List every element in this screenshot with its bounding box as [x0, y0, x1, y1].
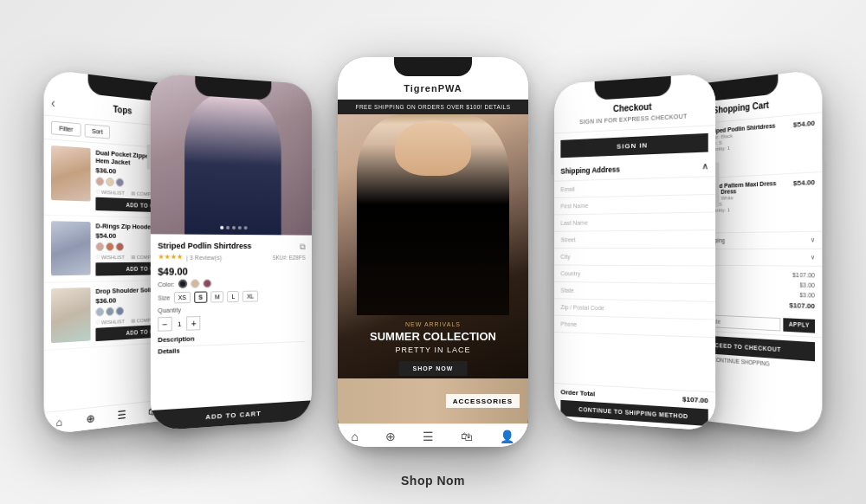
cart-item-price-2: $54.00	[793, 178, 815, 226]
promo-text: FREE SHIPPING ON ORDERS OVER $100! DETAI…	[355, 104, 510, 110]
back-icon[interactable]: ‹	[51, 95, 55, 110]
notch-center	[394, 57, 472, 76]
wishlist-link-3[interactable]: ♡ WISHLIST	[95, 318, 125, 326]
nav-home-icon[interactable]: ⌂	[352, 430, 359, 443]
hero-badge: NEW ARRIVALS	[352, 321, 514, 327]
apply-discount-button[interactable]: APPLY	[784, 318, 815, 333]
color-swatch[interactable]	[95, 177, 104, 186]
color-swatch-mauve[interactable]	[203, 279, 211, 288]
color-swatch[interactable]	[106, 307, 114, 317]
description-label: Description	[158, 335, 194, 345]
hero-text-overlay: NEW ARRIVALS SUMMER COLLECTION PRETTY IN…	[352, 321, 514, 376]
center-content: TigrenPWA FREE SHIPPING ON ORDERS OVER $…	[338, 57, 528, 447]
search-icon[interactable]: ⊕	[86, 412, 94, 425]
product-thumbnail-2	[51, 221, 91, 275]
wishlist-link-2[interactable]: ♡ WISHLIST	[95, 254, 125, 260]
wishlist-link-1[interactable]: ♡ WISHLIST	[95, 188, 125, 195]
size-label: Size	[158, 294, 170, 300]
color-swatch[interactable]	[116, 178, 124, 186]
street-field[interactable]: Street	[554, 230, 715, 249]
nav-search-icon[interactable]: ⊕	[385, 430, 396, 443]
image-carousel-dots	[220, 226, 247, 229]
expand-icon: ∨	[811, 236, 815, 243]
color-swatch[interactable]	[116, 242, 124, 251]
product-thumbnail-3	[51, 288, 91, 343]
total-value: $107.00	[789, 301, 815, 310]
nav-cart-icon[interactable]: 🛍	[461, 430, 473, 443]
carousel-dot-1[interactable]	[220, 226, 223, 229]
size-xl[interactable]: XL	[242, 291, 258, 302]
quantity-label: Quantity	[158, 304, 305, 313]
carousel-dot-2[interactable]	[226, 226, 229, 229]
size-xs[interactable]: XS	[173, 292, 191, 304]
color-row: Color:	[158, 278, 305, 288]
shop-nom-label-container: Shop Nom	[401, 473, 465, 488]
carousel-dot-4[interactable]	[238, 226, 242, 229]
sign-in-button[interactable]: SIGN IN	[560, 133, 708, 158]
copy-icon[interactable]: ⧉	[300, 242, 305, 252]
phone-field[interactable]: Phone	[554, 316, 715, 339]
color-swatch-dark[interactable]	[178, 280, 187, 288]
filter-button[interactable]: Filter	[51, 120, 81, 136]
quantity-decrease[interactable]: −	[158, 317, 172, 332]
subtotal-value: $107.00	[792, 272, 815, 279]
hero-subtitle: PRETTY IN LACE	[352, 346, 514, 354]
last-name-field[interactable]: Last Name	[554, 213, 715, 232]
country-field[interactable]: Country	[554, 265, 715, 284]
cart-item-price-1: $54.00	[793, 119, 815, 167]
tax-value: $3.00	[799, 281, 815, 288]
size-row: Size XS S M L XL	[158, 290, 305, 304]
carousel-dot-3[interactable]	[232, 226, 236, 229]
app-name: TigrenPWA	[404, 83, 462, 94]
order-total-value: $107.00	[682, 395, 708, 404]
phone-left1: Striped Podlin Shirtdress ⧉ ★★★★ | 3 Rev…	[151, 73, 312, 431]
color-swatch[interactable]	[106, 178, 114, 187]
quantity-row: − 1 +	[158, 313, 305, 332]
quantity-value: 1	[178, 320, 182, 327]
accessories-text: ACCESSORIES	[453, 397, 513, 405]
details-label: Details	[158, 346, 179, 355]
menu-icon[interactable]: ☰	[117, 409, 126, 422]
center-nav-bar: ⌂ ⊕ ☰ 🛍 👤	[338, 423, 528, 447]
nav-user-icon[interactable]: 👤	[500, 430, 514, 443]
left1-content: Striped Podlin Shirtdress ⧉ ★★★★ | 3 Rev…	[151, 73, 312, 431]
color-swatch[interactable]	[116, 307, 124, 315]
color-swatch-tan[interactable]	[191, 279, 199, 288]
add-to-cart-main-button[interactable]: ADD TO CART	[151, 400, 312, 430]
size-s[interactable]: S	[194, 291, 207, 302]
hero-woman-face	[395, 120, 471, 176]
nav-menu-icon[interactable]: ☰	[423, 430, 434, 443]
order-total-label: Order Total	[560, 388, 595, 397]
hero-title: SUMMER COLLECTION	[352, 330, 514, 344]
product-thumbnail-1	[51, 145, 91, 202]
city-field[interactable]: City	[554, 249, 715, 267]
rating-row: ★★★★ | 3 Review(s) SKU#: EZ8FS	[158, 253, 305, 262]
cart-item-info-1: Striped Podlin Shirtdress Color: Black S…	[707, 121, 788, 172]
carousel-dot-5[interactable]	[244, 226, 248, 229]
right1-content: Checkout SIGN IN FOR EXPRESS CHECKOUT SI…	[554, 73, 715, 431]
cart-item-info-2: Mixed Pattern Maxi Dress Maxi Dress Colo…	[707, 179, 788, 227]
checkout-footer: Order Total $107.00 CONTINUE TO SHIPPING…	[554, 383, 715, 431]
shop-now-button[interactable]: SHOP NOW	[399, 361, 468, 376]
accessories-label: ACCESSORIES	[446, 394, 520, 408]
shop-nom-text: Shop Nom	[401, 474, 465, 488]
product-sku: SKU#: EZ8FS	[272, 255, 305, 261]
color-swatch[interactable]	[95, 242, 104, 251]
color-label: Color:	[158, 281, 174, 287]
home-icon[interactable]: ⌂	[56, 416, 62, 430]
size-m[interactable]: M	[210, 291, 224, 302]
color-swatch[interactable]	[95, 307, 104, 317]
size-l[interactable]: L	[228, 291, 240, 302]
quantity-increase[interactable]: +	[187, 316, 201, 331]
collapse-icon[interactable]: ∧	[701, 161, 708, 171]
promo-banner[interactable]: FREE SHIPPING ON ORDERS OVER $100! DETAI…	[338, 100, 528, 114]
review-count: | 3 Review(s)	[186, 255, 222, 261]
first-name-field[interactable]: First Name	[554, 195, 715, 216]
discount-value: $3.00	[799, 292, 815, 299]
sort-button[interactable]: Sort	[84, 124, 110, 139]
product-woman-figure	[184, 91, 281, 235]
product-detail-price: $49.00	[158, 266, 305, 277]
phone-center: TigrenPWA FREE SHIPPING ON ORDERS OVER $…	[338, 57, 528, 447]
color-swatch[interactable]	[106, 242, 114, 251]
shipping-address-label: Shipping Address	[560, 165, 619, 175]
